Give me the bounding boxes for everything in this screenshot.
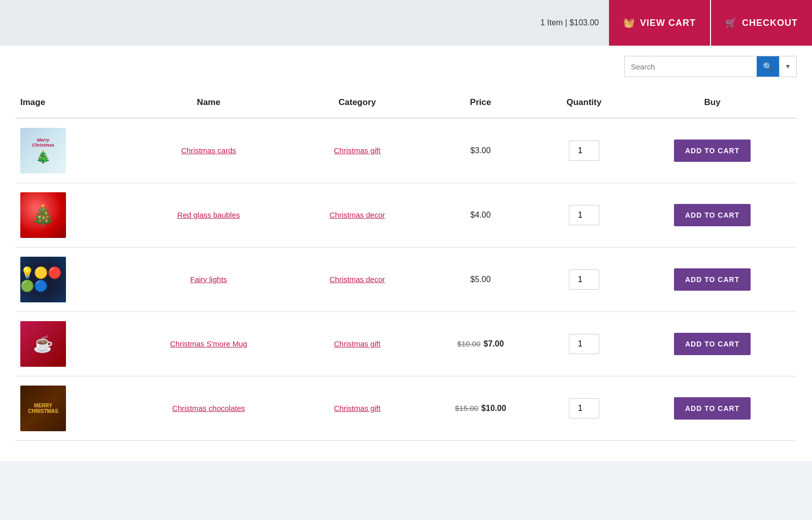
product-category-link[interactable]: Christmas gift (334, 339, 381, 348)
product-image: 🎄 (20, 192, 66, 238)
product-sale-price: $7.00 (484, 339, 504, 348)
product-category-link[interactable]: Christmas decor (329, 211, 385, 219)
header: 1 Item | $103.00 🧺 VIEW CART 🛒 CHECKOUT (0, 0, 812, 46)
product-buy-cell: ADD TO CART (628, 183, 797, 248)
table-row: 💡🟡🔴🟢🔵 Fairy lights Christmas decor $5.00… (15, 248, 797, 312)
product-quantity-cell (540, 312, 628, 376)
checkout-label: CHECKOUT (742, 18, 798, 28)
col-header-buy: Buy (628, 87, 797, 118)
product-name-cell: Christmas chocolates (124, 376, 293, 441)
product-category-link[interactable]: Christmas gift (334, 404, 381, 412)
product-quantity-cell (540, 248, 628, 312)
col-header-price: Price (421, 87, 540, 118)
add-to-cart-button[interactable]: ADD TO CART (674, 204, 751, 226)
col-header-image: Image (15, 87, 124, 118)
product-quantity-cell (540, 376, 628, 441)
product-image: MerryChristmas 🎄 (20, 128, 66, 174)
quantity-input[interactable] (569, 205, 599, 225)
product-image-cell: MERRYCHRISTMAS (15, 376, 124, 441)
search-dropdown-button[interactable]: ▼ (779, 56, 796, 77)
product-image: 💡🟡🔴🟢🔵 (20, 257, 66, 302)
col-header-quantity: Quantity (540, 87, 628, 118)
product-sale-price: $10.00 (481, 404, 506, 412)
search-wrapper: 🔍 ▼ (624, 56, 797, 77)
cart-summary: 1 Item | $103.00 (540, 18, 599, 27)
product-price-cell: $15.00$10.00 (421, 376, 540, 441)
product-image-cell: 🎄 (15, 183, 124, 248)
product-name-cell: Christmas cards (124, 118, 293, 183)
product-category-cell: Christmas decor (293, 248, 421, 312)
col-header-category: Category (293, 87, 421, 118)
product-image: ☕ (20, 321, 66, 367)
product-name-link[interactable]: Christmas S'more Mug (170, 339, 247, 348)
product-image-cell: 💡🟡🔴🟢🔵 (15, 248, 124, 312)
product-image-cell: ☕ (15, 312, 124, 376)
product-category-cell: Christmas gift (293, 118, 421, 183)
add-to-cart-button[interactable]: ADD TO CART (674, 268, 751, 291)
quantity-input[interactable] (569, 141, 599, 161)
product-quantity-cell (540, 183, 628, 248)
table-row: MERRYCHRISTMAS Christmas chocolates Chri… (15, 376, 797, 441)
product-table-container: Image Name Category Price Quantity Buy M… (0, 87, 812, 461)
product-name-cell: Red glass baubles (124, 183, 293, 248)
search-button[interactable]: 🔍 (757, 56, 779, 77)
product-image: MERRYCHRISTMAS (20, 386, 66, 431)
product-name-cell: Christmas S'more Mug (124, 312, 293, 376)
chevron-down-icon: ▼ (785, 63, 791, 70)
product-price: $4.00 (470, 211, 491, 219)
quantity-input[interactable] (569, 269, 599, 290)
product-buy-cell: ADD TO CART (628, 118, 797, 183)
product-price-cell: $10.00$7.00 (421, 312, 540, 376)
product-old-price: $10.00 (457, 339, 481, 348)
product-price: $3.00 (470, 146, 491, 155)
add-to-cart-button[interactable]: ADD TO CART (674, 140, 751, 162)
search-icon: 🔍 (763, 62, 773, 72)
table-row: 🎄 Red glass baubles Christmas decor $4.0… (15, 183, 797, 248)
quantity-input[interactable] (569, 334, 599, 354)
quantity-input[interactable] (569, 398, 599, 419)
product-category-cell: Christmas gift (293, 376, 421, 441)
cart-icon: 🛒 (725, 17, 737, 28)
product-category-link[interactable]: Christmas gift (334, 146, 381, 155)
table-header-row: Image Name Category Price Quantity Buy (15, 87, 797, 118)
add-to-cart-button[interactable]: ADD TO CART (674, 397, 751, 420)
basket-icon: 🧺 (623, 17, 635, 28)
product-name-link[interactable]: Fairy lights (190, 275, 227, 284)
product-name-link[interactable]: Christmas chocolates (172, 404, 245, 412)
table-row: ☕ Christmas S'more Mug Christmas gift $1… (15, 312, 797, 376)
checkout-button[interactable]: 🛒 CHECKOUT (710, 0, 812, 46)
product-image-cell: MerryChristmas 🎄 (15, 118, 124, 183)
table-row: MerryChristmas 🎄 Christmas cards Christm… (15, 118, 797, 183)
product-category-cell: Christmas decor (293, 183, 421, 248)
search-input[interactable] (625, 56, 757, 77)
product-category-cell: Christmas gift (293, 312, 421, 376)
product-price-cell: $3.00 (421, 118, 540, 183)
view-cart-label: VIEW CART (640, 18, 696, 28)
product-price-cell: $5.00 (421, 248, 540, 312)
product-buy-cell: ADD TO CART (628, 248, 797, 312)
product-name-cell: Fairy lights (124, 248, 293, 312)
product-table: Image Name Category Price Quantity Buy M… (15, 87, 797, 441)
col-header-name: Name (124, 87, 293, 118)
product-buy-cell: ADD TO CART (628, 312, 797, 376)
add-to-cart-button[interactable]: ADD TO CART (674, 333, 751, 355)
product-buy-cell: ADD TO CART (628, 376, 797, 441)
view-cart-button[interactable]: 🧺 VIEW CART (609, 0, 710, 46)
product-price-cell: $4.00 (421, 183, 540, 248)
product-old-price: $15.00 (455, 404, 478, 412)
product-category-link[interactable]: Christmas decor (329, 275, 385, 284)
product-price: $5.00 (470, 275, 491, 284)
product-name-link[interactable]: Christmas cards (181, 146, 236, 155)
product-name-link[interactable]: Red glass baubles (177, 211, 240, 219)
product-quantity-cell (540, 118, 628, 183)
search-area: 🔍 ▼ (0, 46, 812, 87)
